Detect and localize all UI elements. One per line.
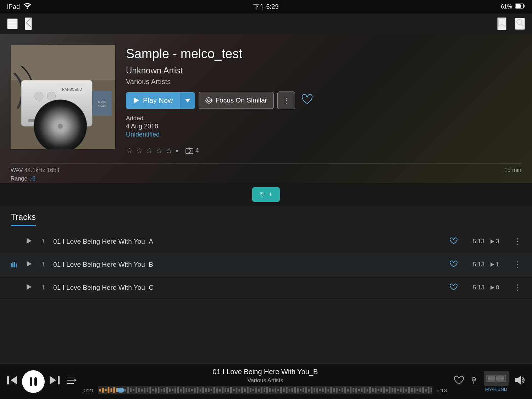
unidentified-link[interactable]: Unidentified <box>126 131 521 138</box>
hero-info: Sample - melco_test Unknown Artist Vario… <box>126 45 521 176</box>
play-now-label: Play Now <box>143 96 173 105</box>
svg-rect-76 <box>158 387 160 393</box>
svg-rect-66 <box>130 388 132 392</box>
tracks-header: Tracks <box>0 206 532 226</box>
svg-rect-69 <box>138 388 140 392</box>
svg-rect-94 <box>208 388 210 392</box>
svg-rect-46 <box>30 377 32 386</box>
track-heart-2[interactable] <box>450 260 458 270</box>
artist-name: Unknown Artist <box>126 66 521 76</box>
added-date: 4 Aug 2018 <box>126 123 521 130</box>
svg-rect-90 <box>197 387 199 393</box>
svg-rect-145 <box>350 387 352 393</box>
svg-rect-161 <box>394 388 396 393</box>
star-2[interactable]: ☆ <box>136 146 143 155</box>
format-section: WAV 44.1kHz 16bit 15 min Range ♪6 <box>11 163 521 182</box>
bookmark-button[interactable] <box>497 17 506 30</box>
svg-rect-137 <box>328 389 329 392</box>
svg-rect-89 <box>194 388 196 393</box>
tracks-section: Tracks 1 01 I Love Being Here With You_A… <box>0 206 532 364</box>
svg-rect-49 <box>58 376 60 384</box>
photos-badge[interactable]: 4 <box>185 147 199 154</box>
svg-rect-87 <box>188 388 190 392</box>
total-time: 5:13 <box>437 387 447 393</box>
svg-rect-116 <box>269 388 271 392</box>
pause-button[interactable] <box>22 370 45 393</box>
svg-rect-45 <box>7 376 9 384</box>
svg-rect-123 <box>289 389 290 392</box>
back-button[interactable] <box>25 17 32 30</box>
track-play-button-1[interactable] <box>25 238 33 245</box>
track-play-button-3[interactable] <box>25 284 33 291</box>
track-more-3[interactable]: ⋮ <box>514 283 521 292</box>
more-options-button[interactable]: ⋮ <box>277 92 295 109</box>
svg-rect-64 <box>124 389 126 392</box>
album-title: Sample - melco_test <box>126 46 521 61</box>
svg-point-14 <box>58 124 63 129</box>
svg-point-5 <box>517 20 522 24</box>
device-name: iPad <box>7 3 20 11</box>
track-more-2[interactable]: ⋮ <box>514 260 521 269</box>
play-now-button[interactable]: Play Now <box>126 92 180 109</box>
svg-rect-73 <box>150 387 151 393</box>
svg-rect-65 <box>127 387 129 393</box>
device-icon-box[interactable] <box>484 371 509 386</box>
svg-rect-122 <box>286 387 288 393</box>
svg-rect-141 <box>339 389 340 391</box>
prev-button[interactable] <box>7 375 17 388</box>
rating-dropdown[interactable]: ▾ <box>176 148 178 154</box>
tag-plus-label: + <box>268 191 272 198</box>
track-row-3: 1 01 I Love Being Here With You_C 5:13 0… <box>0 276 532 299</box>
track-play-button-2[interactable] <box>25 261 33 268</box>
svg-rect-36 <box>11 263 12 267</box>
add-tag-button[interactable]: + <box>252 187 280 202</box>
svg-marker-41 <box>491 262 494 267</box>
svg-rect-146 <box>353 388 354 392</box>
track-heart-1[interactable] <box>450 237 458 246</box>
svg-rect-74 <box>152 389 154 391</box>
favorite-button[interactable] <box>299 94 316 107</box>
svg-rect-170 <box>420 388 421 392</box>
next-button[interactable] <box>50 375 60 388</box>
focus-similar-button[interactable]: Focus On Similar <box>199 92 274 109</box>
range-label: Range <box>11 176 27 182</box>
star-3[interactable]: ☆ <box>146 146 153 155</box>
svg-text:KRALL: KRALL <box>98 105 106 107</box>
play-dropdown-button[interactable] <box>180 93 195 109</box>
star-1[interactable]: ☆ <box>126 146 133 155</box>
svg-rect-143 <box>344 387 346 393</box>
svg-rect-169 <box>417 389 419 391</box>
player-pin-button[interactable] <box>470 376 478 387</box>
volume-button[interactable] <box>514 375 525 388</box>
svg-rect-84 <box>180 389 182 392</box>
svg-point-26 <box>207 99 210 102</box>
svg-rect-134 <box>319 389 321 391</box>
svg-rect-93 <box>205 388 207 392</box>
progress-section: 0:21 <box>84 385 447 395</box>
svg-rect-96 <box>214 387 215 393</box>
svg-marker-44 <box>11 376 17 384</box>
track-heart-3[interactable] <box>450 283 458 293</box>
svg-rect-101 <box>227 388 229 392</box>
track-number-3: 1 <box>39 284 48 291</box>
range-value: ♪6 <box>29 176 35 182</box>
progress-bar[interactable] <box>98 385 432 395</box>
menu-button[interactable] <box>7 18 18 29</box>
svg-rect-92 <box>203 387 204 393</box>
track-more-1[interactable]: ⋮ <box>514 237 521 246</box>
star-4[interactable]: ☆ <box>156 146 163 155</box>
track-row: 1 01 I Love Being Here With You_A 5:13 3… <box>0 230 532 253</box>
track-plays-3: 0 <box>490 284 508 291</box>
action-buttons: Play Now Focus On Similar <box>126 92 521 109</box>
svg-rect-107 <box>244 388 246 392</box>
player-heart-button[interactable] <box>454 376 464 387</box>
star-5[interactable]: ☆ <box>166 146 173 155</box>
queue-button[interactable] <box>67 376 77 387</box>
svg-rect-174 <box>431 388 432 392</box>
svg-rect-130 <box>308 389 310 392</box>
svg-point-25 <box>206 98 212 103</box>
battery-percent: 61% <box>501 4 512 10</box>
added-label: Added <box>126 115 521 122</box>
svg-rect-95 <box>211 389 212 391</box>
search-button[interactable] <box>515 18 525 30</box>
